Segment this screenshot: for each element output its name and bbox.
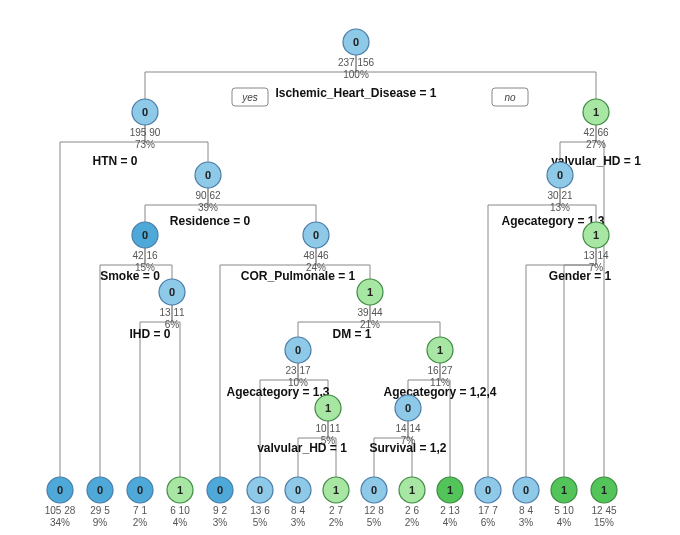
node-counts: 12 8 xyxy=(364,505,384,516)
node-pct: 4% xyxy=(557,517,572,528)
node-counts: 237 156 xyxy=(338,57,375,68)
node-counts: 2 6 xyxy=(405,505,419,516)
tree-node: 16 104% xyxy=(167,477,193,528)
svg-text:0: 0 xyxy=(142,106,148,118)
node-pct: 21% xyxy=(360,319,380,330)
svg-text:1: 1 xyxy=(593,106,599,118)
svg-text:0: 0 xyxy=(371,484,377,496)
node-counts: 8 4 xyxy=(291,505,305,516)
svg-text:1: 1 xyxy=(367,286,373,298)
tree-node: 048 4624% xyxy=(303,222,329,273)
node-pct: 15% xyxy=(594,517,614,528)
tree-node: 116 2711% xyxy=(427,337,453,388)
node-pct: 3% xyxy=(291,517,306,528)
svg-text:yes: yes xyxy=(241,92,258,103)
node-counts: 17 7 xyxy=(478,505,498,516)
node-pct: 5% xyxy=(321,435,336,446)
node-pct: 24% xyxy=(306,262,326,273)
node-counts: 105 28 xyxy=(45,505,76,516)
node-pct: 100% xyxy=(343,69,369,80)
tree-node: 12 62% xyxy=(399,477,425,528)
tree-node: 012 85% xyxy=(361,477,387,528)
node-pct: 7% xyxy=(589,262,604,273)
node-counts: 42 16 xyxy=(132,250,157,261)
yes-tag: yes xyxy=(232,88,268,106)
tree-node: 142 6627% xyxy=(583,99,609,150)
svg-text:1: 1 xyxy=(177,484,183,496)
tree-node: 090 6239% xyxy=(195,162,221,213)
node-counts: 8 4 xyxy=(519,505,533,516)
split-label: Agecategory = 1,3 xyxy=(226,385,329,399)
tree-node: 0105 2834% xyxy=(45,477,76,528)
node-pct: 6% xyxy=(165,319,180,330)
split-label: Residence = 0 xyxy=(170,214,251,228)
svg-text:0: 0 xyxy=(405,402,411,414)
node-counts: 16 27 xyxy=(427,365,452,376)
tree-node: 112 4515% xyxy=(591,477,617,528)
node-counts: 12 45 xyxy=(591,505,616,516)
tree-node: 017 76% xyxy=(475,477,501,528)
svg-text:0: 0 xyxy=(295,344,301,356)
svg-text:0: 0 xyxy=(295,484,301,496)
node-pct: 7% xyxy=(401,435,416,446)
tree-node: 15 104% xyxy=(551,477,577,528)
tree-node: 09 23% xyxy=(207,477,233,528)
svg-text:0: 0 xyxy=(205,169,211,181)
node-counts: 29 5 xyxy=(90,505,110,516)
node-counts: 7 1 xyxy=(133,505,147,516)
tree-node: 013 65% xyxy=(247,477,273,528)
node-pct: 13% xyxy=(550,202,570,213)
tree-edge xyxy=(488,188,560,477)
node-pct: 5% xyxy=(367,517,382,528)
svg-text:0: 0 xyxy=(485,484,491,496)
node-counts: 5 10 xyxy=(554,505,574,516)
node-counts: 6 10 xyxy=(170,505,190,516)
node-counts: 13 11 xyxy=(159,307,184,318)
tree-node: 08 43% xyxy=(513,477,539,528)
node-pct: 10% xyxy=(288,377,308,388)
node-counts: 9 2 xyxy=(213,505,227,516)
node-counts: 42 66 xyxy=(583,127,608,138)
svg-text:0: 0 xyxy=(169,286,175,298)
tree-node: 12 72% xyxy=(323,477,349,528)
node-pct: 73% xyxy=(135,139,155,150)
tree-node: 023 1710% xyxy=(285,337,311,388)
node-counts: 2 13 xyxy=(440,505,460,516)
svg-text:1: 1 xyxy=(601,484,607,496)
node-pct: 3% xyxy=(519,517,534,528)
svg-text:1: 1 xyxy=(333,484,339,496)
node-pct: 34% xyxy=(50,517,70,528)
tree-edge xyxy=(172,305,180,477)
tree-node: 12 134% xyxy=(437,477,463,528)
svg-text:0: 0 xyxy=(523,484,529,496)
node-counts: 13 14 xyxy=(583,250,608,261)
node-pct: 2% xyxy=(329,517,344,528)
node-counts: 2 7 xyxy=(329,505,343,516)
node-counts: 30 21 xyxy=(547,190,572,201)
svg-text:1: 1 xyxy=(409,484,415,496)
node-pct: 4% xyxy=(173,517,188,528)
node-pct: 2% xyxy=(133,517,148,528)
node-counts: 48 46 xyxy=(303,250,328,261)
decision-tree-diagram: yesnoIschemic_Heart_Disease = 1HTN = 0va… xyxy=(0,0,680,535)
tree-node: 030 2113% xyxy=(547,162,573,213)
tree-node: 029 59% xyxy=(87,477,113,528)
svg-text:0: 0 xyxy=(57,484,63,496)
node-pct: 4% xyxy=(443,517,458,528)
tree-edge xyxy=(596,125,604,477)
tree-node: 042 1615% xyxy=(132,222,158,273)
node-counts: 23 17 xyxy=(285,365,310,376)
node-counts: 10 11 xyxy=(315,423,340,434)
svg-text:1: 1 xyxy=(561,484,567,496)
node-pct: 11% xyxy=(430,377,450,388)
tree-node: 07 12% xyxy=(127,477,153,528)
svg-text:0: 0 xyxy=(353,36,359,48)
node-pct: 15% xyxy=(135,262,155,273)
svg-text:no: no xyxy=(504,92,516,103)
node-counts: 14 14 xyxy=(395,423,420,434)
node-counts: 13 6 xyxy=(250,505,270,516)
tree-node: 139 4421% xyxy=(357,279,383,330)
tree-node: 08 43% xyxy=(285,477,311,528)
no-tag: no xyxy=(492,88,528,106)
node-pct: 5% xyxy=(253,517,268,528)
